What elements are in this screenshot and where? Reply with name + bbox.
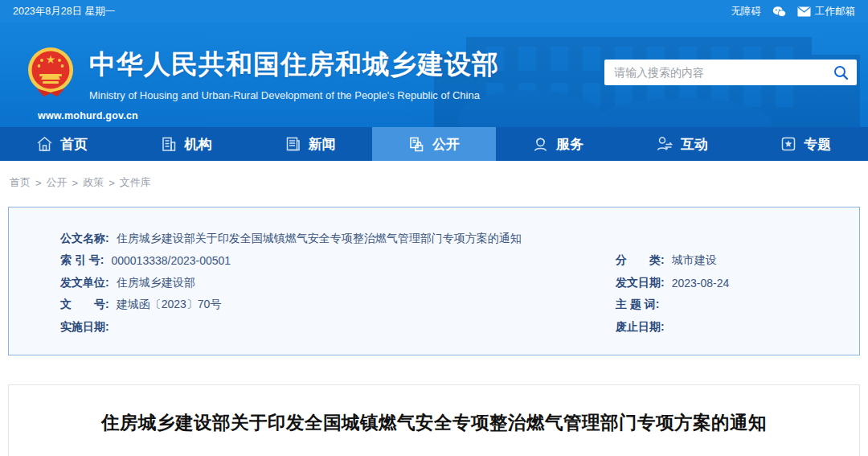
nav-label: 机构 — [184, 135, 211, 154]
document-meta-box: 公文名称: 住房城乡建设部关于印发全国城镇燃气安全专项整治燃气管理部门专项方案的… — [8, 207, 860, 355]
top-utility-bar: 2023年8月28日 星期一 无障碍 工作邮箱 — [0, 0, 868, 23]
search-icon — [833, 65, 849, 80]
service-agent-icon — [532, 136, 549, 152]
nav-item-news[interactable]: 新闻 — [248, 127, 372, 161]
meta-label: 实施日期: — [60, 320, 109, 335]
nav-label: 新闻 — [309, 135, 336, 154]
news-icon — [285, 136, 301, 152]
breadcrumb: 首页 > 公开 > 政策 > 文件库 — [0, 161, 868, 190]
search-button[interactable] — [825, 60, 857, 85]
topbar-links: 无障碍 工作邮箱 — [731, 5, 856, 18]
star-badge-icon — [780, 136, 796, 152]
meta-row-keywords: 主 题 词: — [616, 294, 843, 317]
nav-item-interaction[interactable]: 互动 — [620, 127, 743, 161]
mailbox-link[interactable]: 工作邮箱 — [797, 5, 855, 18]
meta-row-issuing-unit: 发文单位: 住房城乡建设部 — [60, 272, 616, 294]
meta-value: 住房城乡建设部关于印发全国城镇燃气安全专项整治燃气管理部门专项方案的通知 — [117, 232, 522, 246]
breadcrumb-separator: > — [108, 177, 115, 189]
nav-item-services[interactable]: 服务 — [496, 127, 620, 161]
brand-block[interactable]: www.mohurd.gov.cn 中华人民共和国住房和城乡建设部 Minist… — [27, 34, 499, 101]
meta-row-doc-name: 公文名称: 住房城乡建设部关于印发全国城镇燃气安全专项整治燃气管理部门专项方案的… — [60, 228, 843, 250]
national-emblem — [27, 47, 75, 98]
meta-value: 城市建设 — [672, 253, 717, 268]
breadcrumb-policy[interactable]: 政策 — [83, 175, 104, 190]
site-header: www.mohurd.gov.cn 中华人民共和国住房和城乡建设部 Minist… — [0, 23, 868, 127]
wechat-icon — [772, 6, 786, 18]
meta-label: 发文日期: — [616, 276, 665, 290]
brand-text: 中华人民共和国住房和城乡建设部 Ministry of Housing and … — [89, 34, 499, 101]
meta-left-column: 索 引 号: 000013338/2023-00501 发文单位: 住房城乡建设… — [60, 250, 616, 339]
breadcrumb-separator: > — [72, 177, 79, 189]
disclosure-lock-icon — [408, 136, 425, 153]
current-date: 2023年8月28日 星期一 — [13, 5, 115, 18]
meta-label: 主 题 词: — [616, 298, 659, 312]
site-title: 中华人民共和国住房和城乡建设部 — [89, 47, 499, 83]
meta-row-effective-date: 实施日期: — [60, 316, 616, 339]
article-title: 住房城乡建设部关于印发全国城镇燃气安全专项整治燃气管理部门专项方案的通知 — [9, 410, 859, 435]
meta-label: 分 类: — [616, 253, 665, 268]
main-nav: 首页 机构 新闻 公开 服务 互动 — [0, 127, 868, 161]
mailbox-label: 工作邮箱 — [815, 5, 855, 18]
home-icon — [36, 136, 53, 152]
nav-label: 服务 — [556, 135, 583, 154]
meta-value: 建城函〔2023〕70号 — [117, 298, 222, 312]
meta-value: 2023-08-24 — [672, 277, 730, 290]
meta-right-column: 分 类: 城市建设 发文日期: 2023-08-24 主 题 词: 废止日期: — [616, 250, 843, 339]
meta-row-doc-number: 文 号: 建城函〔2023〕70号 — [60, 294, 616, 317]
breadcrumb-library[interactable]: 文件库 — [120, 175, 151, 190]
breadcrumb-disclosure[interactable]: 公开 — [47, 175, 68, 190]
wechat-link[interactable] — [772, 6, 786, 18]
site-subtitle: Ministry of Housing and Urban-Rural Deve… — [89, 89, 499, 101]
meta-value: 住房城乡建设部 — [117, 276, 195, 290]
nav-item-topics[interactable]: 专题 — [744, 127, 868, 161]
breadcrumb-home[interactable]: 首页 — [10, 175, 31, 190]
meta-row-index-no: 索 引 号: 000013338/2023-00501 — [60, 250, 616, 273]
interaction-icon — [656, 136, 674, 152]
mail-icon — [797, 6, 811, 17]
meta-label: 索 引 号: — [60, 253, 104, 268]
search-box — [604, 60, 857, 85]
article-panel: 住房城乡建设部关于印发全国城镇燃气安全专项整治燃气管理部门专项方案的通知 — [8, 384, 860, 456]
nav-label: 专题 — [804, 135, 831, 154]
meta-label: 文 号: — [60, 298, 109, 312]
meta-row-repeal-date: 废止日期: — [616, 316, 843, 339]
breadcrumb-separator: > — [35, 177, 42, 189]
nav-label: 公开 — [432, 135, 460, 154]
accessibility-label: 无障碍 — [731, 5, 762, 18]
nav-label: 首页 — [60, 135, 88, 154]
building-icon — [160, 136, 177, 152]
meta-row-category: 分 类: 城市建设 — [616, 250, 843, 273]
site-url: www.mohurd.gov.cn — [38, 110, 138, 121]
meta-label: 公文名称: — [60, 232, 109, 246]
accessibility-link[interactable]: 无障碍 — [731, 5, 762, 18]
nav-item-home[interactable]: 首页 — [0, 127, 124, 161]
meta-row-issue-date: 发文日期: 2023-08-24 — [616, 272, 843, 294]
nav-label: 互动 — [681, 135, 708, 154]
nav-item-disclosure[interactable]: 公开 — [372, 127, 496, 161]
meta-label: 发文单位: — [60, 276, 109, 290]
nav-item-org[interactable]: 机构 — [124, 127, 248, 161]
meta-label: 废止日期: — [616, 320, 665, 335]
meta-value: 000013338/2023-00501 — [111, 254, 231, 267]
search-input[interactable] — [604, 60, 825, 85]
